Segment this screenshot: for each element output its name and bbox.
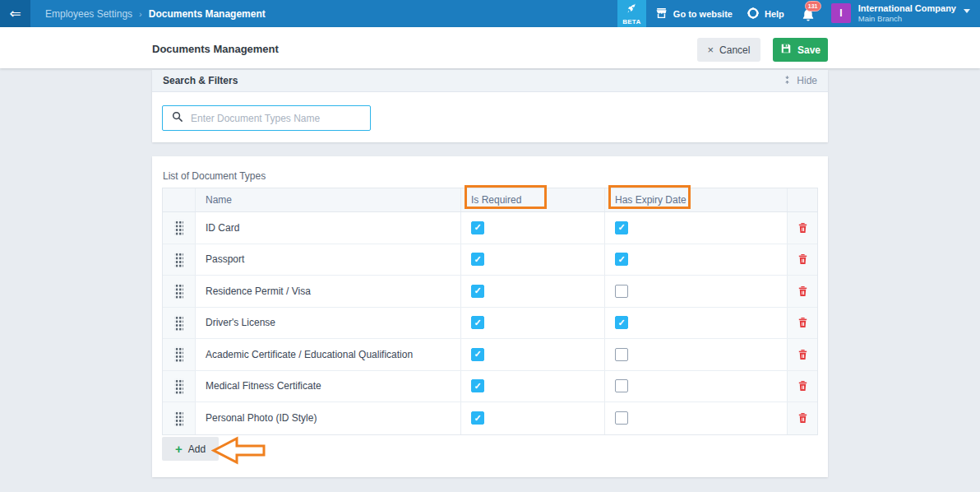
- delete-button[interactable]: [794, 251, 811, 267]
- table-row: Residence Permit / Visa: [163, 276, 817, 308]
- delete-row-cell: [788, 402, 817, 434]
- has-expiry-checkbox[interactable]: [615, 348, 628, 361]
- drag-handle[interactable]: [163, 244, 196, 276]
- add-button-label: Add: [188, 443, 206, 455]
- has-expiry-checkbox[interactable]: [615, 285, 628, 298]
- document-types-panel: List of Document Types Name Is Required …: [152, 156, 828, 477]
- page-title: Documents Management: [152, 43, 279, 55]
- help-label: Help: [765, 9, 784, 19]
- delete-row-cell: [788, 212, 817, 244]
- back-arrow-icon: ⇐: [9, 5, 21, 22]
- trash-icon: [797, 348, 809, 361]
- has-expiry-checkbox[interactable]: [615, 221, 628, 234]
- is-required-checkbox[interactable]: [471, 379, 484, 392]
- has-expiry-checkbox[interactable]: [615, 379, 628, 392]
- is-required-checkbox[interactable]: [471, 221, 484, 234]
- trash-icon: [797, 316, 809, 329]
- delete-button[interactable]: [794, 410, 811, 426]
- page-toolbar: Documents Management × Cancel Save: [0, 27, 980, 68]
- is-required-checkbox[interactable]: [471, 411, 484, 425]
- is-required-cell: [461, 339, 605, 370]
- delete-button[interactable]: [794, 378, 811, 394]
- drag-handle[interactable]: [163, 276, 196, 307]
- notification-count-badge: 131: [805, 1, 821, 12]
- hide-label: Hide: [797, 75, 817, 86]
- has-expiry-cell: [605, 371, 788, 402]
- delete-row-cell: [788, 339, 817, 370]
- trash-icon: [797, 253, 809, 266]
- floppy-save-icon: [780, 43, 792, 57]
- go-to-website-label: Go to website: [673, 9, 733, 19]
- company-menu[interactable]: I International Company Main Branch: [831, 3, 970, 24]
- document-name-cell: Personal Photo (ID Style): [196, 402, 461, 434]
- delete-button[interactable]: [794, 283, 811, 299]
- has-expiry-cell: [605, 212, 788, 244]
- table-row: Personal Photo (ID Style): [163, 402, 817, 434]
- has-expiry-checkbox[interactable]: [615, 316, 628, 329]
- has-expiry-cell: [605, 244, 788, 276]
- document-name: Driver's License: [206, 317, 275, 328]
- add-button[interactable]: + Add: [162, 437, 219, 461]
- has-expiry-cell: [605, 276, 788, 307]
- delete-row-cell: [788, 244, 817, 276]
- drag-grip-icon: [174, 283, 183, 299]
- cancel-button-label: Cancel: [719, 44, 750, 56]
- beta-label: BETA: [622, 18, 640, 26]
- beta-badge[interactable]: BETA: [617, 0, 646, 27]
- drag-handle[interactable]: [163, 371, 196, 402]
- delete-button[interactable]: [794, 220, 811, 236]
- drag-handle[interactable]: [163, 212, 196, 244]
- notifications-button[interactable]: 131: [800, 4, 818, 24]
- is-required-checkbox[interactable]: [471, 316, 484, 329]
- hide-filters-button[interactable]: Hide: [783, 75, 817, 87]
- filters-title: Search & Filters: [163, 75, 238, 86]
- cancel-button[interactable]: × Cancel: [697, 38, 760, 62]
- drag-grip-icon: [174, 252, 183, 267]
- trash-icon: [797, 411, 809, 425]
- drag-handle[interactable]: [163, 308, 196, 339]
- company-name: International Company: [858, 3, 956, 14]
- document-name-cell: Medical Fitness Certificate: [196, 371, 461, 402]
- delete-row-cell: [788, 371, 817, 402]
- trash-icon: [797, 221, 809, 234]
- document-name: Personal Photo (ID Style): [206, 412, 317, 424]
- breadcrumb-parent[interactable]: Employees Settings: [45, 8, 132, 20]
- search-input[interactable]: [191, 113, 362, 124]
- table-body: ID Card Passport: [163, 212, 817, 434]
- has-expiry-cell: [605, 339, 788, 370]
- drag-grip-icon: [174, 220, 183, 235]
- top-bar: ⇐ Employees Settings › Documents Managem…: [0, 0, 980, 27]
- collapse-icon: [783, 75, 792, 87]
- drag-grip-icon: [174, 315, 183, 331]
- is-required-cell: [461, 244, 605, 276]
- delete-button[interactable]: [794, 346, 811, 363]
- rocket-icon: [626, 2, 637, 17]
- help-lifebuoy-icon: [747, 7, 760, 21]
- has-expiry-checkbox[interactable]: [615, 411, 628, 425]
- sidebar-collapse-button[interactable]: ⇐: [0, 0, 30, 27]
- list-caption: List of Document Types: [163, 170, 266, 182]
- document-name-cell: Driver's License: [196, 308, 461, 339]
- drag-handle[interactable]: [163, 402, 196, 434]
- table-header-row: Name Is Required Has Expiry Date: [163, 188, 817, 212]
- is-required-cell: [461, 212, 605, 244]
- has-expiry-checkbox[interactable]: [615, 253, 628, 266]
- is-required-checkbox[interactable]: [471, 285, 484, 298]
- is-required-checkbox[interactable]: [471, 348, 484, 361]
- is-required-checkbox[interactable]: [471, 253, 484, 266]
- table-row: ID Card: [163, 212, 817, 244]
- is-required-column-header: Is Required: [461, 188, 605, 211]
- has-expiry-cell: [605, 402, 788, 434]
- document-name: Medical Fitness Certificate: [206, 380, 321, 392]
- help-link[interactable]: Help: [747, 7, 784, 21]
- delete-button[interactable]: [794, 314, 811, 331]
- go-to-website-link[interactable]: Go to website: [654, 7, 733, 21]
- document-name: Academic Certificate / Educational Quali…: [206, 349, 413, 360]
- delete-row-cell: [788, 308, 817, 339]
- has-expiry-cell: [605, 308, 788, 339]
- drag-handle[interactable]: [163, 339, 196, 370]
- storefront-icon: [654, 7, 668, 21]
- trash-icon: [797, 285, 809, 298]
- is-required-cell: [461, 402, 605, 434]
- save-button[interactable]: Save: [773, 38, 828, 62]
